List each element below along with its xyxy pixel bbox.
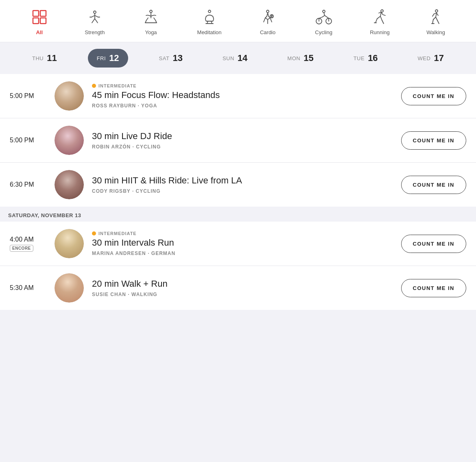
all-icon <box>31 8 48 26</box>
class-time: 4:00 AM ENCORE <box>10 236 46 252</box>
category-label-cycling: Cycling <box>315 29 332 35</box>
class-title: 20 min Walk + Run <box>92 279 393 289</box>
avatar <box>55 273 84 303</box>
class-info: 20 min Walk + Run SUSIE CHAN · WALKING <box>92 279 393 297</box>
category-label-yoga: Yoga <box>145 29 157 35</box>
class-time: 6:30 PM <box>10 181 46 188</box>
svg-rect-3 <box>40 18 46 24</box>
svg-point-14 <box>208 10 211 13</box>
difficulty-badge: INTERMEDIATE <box>92 83 393 88</box>
category-nav: All Strength <box>0 0 476 42</box>
svg-point-24 <box>381 10 383 12</box>
date-tue[interactable]: TUE 16 <box>345 49 387 68</box>
date-fri[interactable]: FRI 12 <box>88 49 128 68</box>
class-meta: ROBIN ARZÓN · CYCLING <box>92 144 393 150</box>
table-row: 5:00 PM INTERMEDIATE 45 min Focus Flow: … <box>0 74 476 118</box>
category-item-meditation[interactable]: Meditation <box>197 8 222 35</box>
date-thu[interactable]: THU 11 <box>23 49 66 68</box>
date-mon[interactable]: MON 15 <box>278 49 322 68</box>
yoga-icon <box>141 8 161 26</box>
table-row: 4:00 AM ENCORE INTERMEDIATE 30 min Inter… <box>0 222 476 266</box>
svg-line-7 <box>95 19 98 23</box>
date-sun[interactable]: SUN 14 <box>214 49 256 68</box>
svg-rect-0 <box>33 11 39 16</box>
category-label-meditation: Meditation <box>197 29 222 35</box>
category-label-running: Running <box>370 29 389 35</box>
category-item-yoga[interactable]: Yoga <box>141 8 161 35</box>
class-info: 30 min HIIT & Hills Ride: Live from LA C… <box>92 175 393 194</box>
svg-point-4 <box>94 11 96 13</box>
table-row: 5:00 PM 30 min Live DJ Ride ROBIN ARZÓN … <box>0 118 476 163</box>
avatar <box>55 170 84 199</box>
class-meta: SUSIE CHAN · WALKING <box>92 292 393 297</box>
class-title: 30 min Live DJ Ride <box>92 131 393 142</box>
class-meta: ROSS RAYBURN · YOGA <box>92 103 393 109</box>
difficulty-dot <box>92 231 96 235</box>
category-item-cycling[interactable]: Cycling <box>314 8 334 35</box>
date-picker: THU 11 FRI 12 SAT 13 SUN 14 MON 15 TUE 1… <box>0 42 476 74</box>
category-item-cardio[interactable]: Cardio <box>258 8 277 35</box>
difficulty-badge: INTERMEDIATE <box>92 231 393 236</box>
svg-line-8 <box>92 15 95 17</box>
walking-icon <box>426 8 445 26</box>
count-me-in-button[interactable]: COUNT ME IN <box>401 235 466 253</box>
difficulty-dot <box>92 84 96 88</box>
friday-class-list: 5:00 PM INTERMEDIATE 45 min Focus Flow: … <box>0 74 476 207</box>
class-time: 5:30 AM <box>10 284 46 292</box>
table-row: 5:30 AM 20 min Walk + Run SUSIE CHAN · W… <box>0 266 476 310</box>
section-header-saturday: SATURDAY, NOVEMBER 13 <box>0 207 476 222</box>
saturday-class-list: 4:00 AM ENCORE INTERMEDIATE 30 min Inter… <box>0 222 476 310</box>
category-item-strength[interactable]: Strength <box>85 8 105 35</box>
cardio-icon <box>258 8 277 26</box>
svg-rect-1 <box>40 11 46 16</box>
count-me-in-button[interactable]: COUNT ME IN <box>401 131 466 150</box>
encore-badge: ENCORE <box>10 245 33 252</box>
date-wed[interactable]: WED 17 <box>409 49 453 68</box>
svg-point-25 <box>435 10 438 12</box>
category-item-running[interactable]: Running <box>370 8 389 35</box>
svg-line-6 <box>92 19 95 23</box>
category-label-all: All <box>36 29 43 35</box>
date-sat[interactable]: SAT 13 <box>150 49 192 68</box>
class-info: INTERMEDIATE 45 min Focus Flow: Headstan… <box>92 83 393 109</box>
count-me-in-button[interactable]: COUNT ME IN <box>401 87 466 105</box>
count-me-in-button[interactable]: COUNT ME IN <box>401 279 466 297</box>
avatar <box>55 229 84 258</box>
cycling-icon <box>314 8 334 26</box>
category-item-walking[interactable]: Walking <box>426 8 445 35</box>
class-title: 45 min Focus Flow: Headstands <box>92 90 393 100</box>
class-meta: CODY RIGSBY · CYCLING <box>92 188 393 194</box>
meditation-icon <box>200 8 219 26</box>
class-title: 30 min Intervals Run <box>92 238 393 248</box>
running-icon <box>370 8 389 26</box>
avatar <box>55 81 84 111</box>
class-meta: MARINA ANDRESEN · GERMAN <box>92 251 393 256</box>
category-item-all[interactable]: All <box>31 8 48 35</box>
svg-rect-2 <box>33 18 39 24</box>
category-label-cardio: Cardio <box>260 29 275 35</box>
category-label-strength: Strength <box>85 29 105 35</box>
class-info: INTERMEDIATE 30 min Intervals Run MARINA… <box>92 231 393 256</box>
svg-line-9 <box>95 15 98 17</box>
class-info: 30 min Live DJ Ride ROBIN ARZÓN · CYCLIN… <box>92 131 393 150</box>
category-label-walking: Walking <box>426 29 445 35</box>
class-title: 30 min HIIT & Hills Ride: Live from LA <box>92 175 393 186</box>
table-row: 6:30 PM 30 min HIIT & Hills Ride: Live f… <box>0 163 476 207</box>
class-time: 5:00 PM <box>10 137 46 144</box>
strength-icon <box>85 8 105 26</box>
class-time: 5:00 PM <box>10 92 46 100</box>
count-me-in-button[interactable]: COUNT ME IN <box>401 176 466 194</box>
avatar <box>55 126 84 155</box>
